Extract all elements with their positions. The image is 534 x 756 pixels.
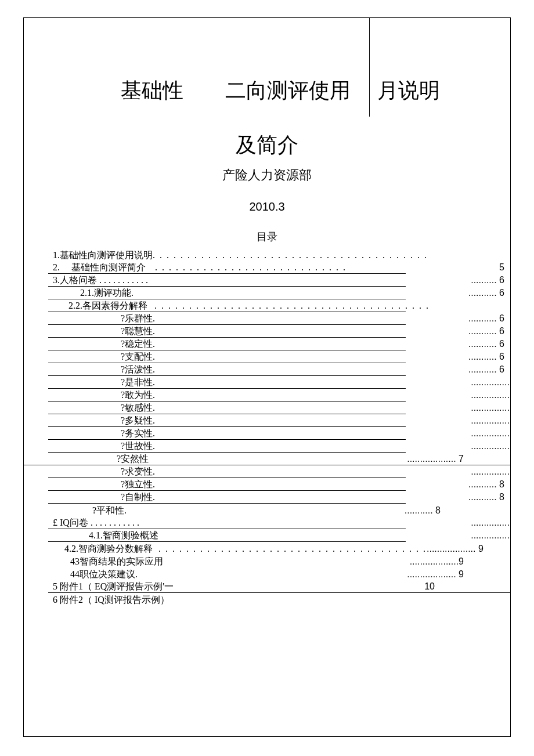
title-seg-2: 二向测评使用 xyxy=(201,80,375,101)
date: 2010.3 xyxy=(24,200,510,214)
toc-label: ?自制性. xyxy=(48,493,155,503)
toc-page: ................... 9 xyxy=(471,518,511,529)
toc-row-25: 43智商结果的实际应用 ...................9 xyxy=(24,555,510,567)
toc-label: 43智商结果的实际应用 xyxy=(24,557,163,567)
toc-row-20: ?自制性. ........... 8 xyxy=(48,491,406,504)
toc-row-23: 4.1.智商测验概述 ................... 9 xyxy=(48,529,406,542)
toc-label: 5 附件1（ EQ测评报告示例'一 xyxy=(48,582,174,592)
toc-heading: 目录 xyxy=(24,230,510,244)
toc-page: ................... 9 xyxy=(427,544,511,555)
toc-page: ................... 7 xyxy=(471,378,511,388)
toc-row-6: ?乐群性. ........... 6 xyxy=(48,312,406,325)
toc-row-22: £ IQ问卷 . . . . . . . . . . . ...........… xyxy=(48,516,406,529)
toc-label: ?多疑性. xyxy=(48,416,155,426)
toc-dots: . . . . . . . . . . . . . . . . . . . . … xyxy=(153,251,428,261)
toc-dots: . . . . . . . . . . . . . . . . . . . . … xyxy=(155,263,347,273)
toc-label: ?聪慧性. xyxy=(48,327,155,337)
department: 产险人力资源部 xyxy=(24,167,510,184)
toc-row-4: 2.1.测评功能. ........... 6 xyxy=(48,287,406,299)
toc-row-26: 44职位决策建议. ................... 9 xyxy=(24,567,510,580)
toc-page: ................... 9 xyxy=(407,570,510,580)
toc-label: ?求变性. xyxy=(48,467,155,478)
toc-row-10: ?活泼性. ........... 6 xyxy=(48,363,406,376)
toc-label: ?务实性. xyxy=(48,429,155,439)
toc-page: ................... 7 xyxy=(471,442,511,452)
toc-row-5: 2.2.各因素得分解释 . . . . . . . . . . . . . . … xyxy=(48,299,406,312)
toc-label: ?稳定性. xyxy=(48,339,155,350)
toc-page: ................... 7 xyxy=(471,390,511,401)
toc-page: ........... 8 xyxy=(405,506,510,516)
toc-row-19: ?独立性. ........... 8 xyxy=(48,478,406,491)
toc-row-24: 4.2.智商测验分数解释 . . . . . . . . . . . . . .… xyxy=(24,542,510,555)
toc-page: 10 xyxy=(424,582,510,592)
toc-row-16: ?世故性. ................... 7 xyxy=(48,440,406,453)
toc-label: ?平和性. xyxy=(24,506,127,516)
toc-page: ................... 7 xyxy=(471,403,511,414)
toc-page: ................... 7 xyxy=(407,454,510,465)
toc-row-15: ?务实性. ................... 7 xyxy=(48,427,406,440)
title-seg-3: 月说明 xyxy=(375,80,499,101)
toc-row-18: ?求变性. ................... 7 xyxy=(48,465,406,478)
toc-row-9: ?支配性. ........... 6 xyxy=(48,350,406,363)
toc-page: ........... 6 xyxy=(468,352,504,363)
toc-page: 5 xyxy=(499,263,504,273)
toc-row-28: 6 附件2（ IQ测评报告示例） xyxy=(24,593,510,606)
toc-row-14: ?多疑性. ................... 7 xyxy=(48,414,406,427)
toc-row-8: ?稳定性. ........... 6 xyxy=(48,338,406,350)
toc-row-2: 2. 基础性向测评简介 . . . . . . . . . . . . . . … xyxy=(48,261,406,274)
toc-label: ?是非性. xyxy=(48,378,155,388)
toc-dots: . . . . . . . . . . . . . . . . . . . . … xyxy=(158,544,427,555)
toc-dots: . . . . . . . . . . . . . . . . . . . . … xyxy=(154,301,430,312)
toc-label: 2. 基础性向测评简介 xyxy=(48,263,146,273)
toc-page: ........... 8 xyxy=(468,493,504,503)
toc-label: ?安然性 xyxy=(24,454,149,465)
toc-page: ................... 7 xyxy=(471,429,511,439)
toc-page: ........... 6 xyxy=(468,314,504,324)
toc-page: .......... 6 xyxy=(471,276,504,286)
toc-label: ?独立性. xyxy=(48,480,155,490)
toc-label: ?敏感性. xyxy=(48,403,155,414)
toc-label: 44职位决策建议. xyxy=(24,570,138,580)
toc-label: 4.1.智商测验概述 xyxy=(48,531,158,541)
toc-row-17: ?安然性 ................... 7 xyxy=(24,453,510,465)
subtitle: 及简介 xyxy=(24,131,510,160)
toc-page: ...................9 xyxy=(410,557,510,567)
toc-label: £ IQ问卷 . . . . . . . . . . . xyxy=(48,518,139,529)
title-seg-1: 基础性 xyxy=(35,80,201,101)
toc-page: ........... 6 xyxy=(468,339,504,350)
toc-page: ........... 8 xyxy=(468,480,504,490)
toc-page: ................... 7 xyxy=(471,467,511,478)
toc-row-21: ?平和性. ........... 8 xyxy=(24,504,510,516)
toc-label: ?活泼性. xyxy=(48,365,155,375)
toc-row-11: ?是非性. ................... 7 xyxy=(48,376,406,389)
title-divider xyxy=(369,18,370,117)
toc-row-3: 3.人格问卷 . . . . . . . . . . . .......... … xyxy=(48,274,406,287)
toc-page: ........... 6 xyxy=(468,327,504,337)
document-frame: 基础性 二向测评使用 月说明 及简介 产险人力资源部 2010.3 目录 1.基… xyxy=(23,17,511,737)
toc-label: ?敢为性. xyxy=(48,390,155,401)
toc-page: ................... 9 xyxy=(471,531,511,541)
toc-label: 3.人格问卷 . . . . . . . . . . . xyxy=(48,276,148,286)
toc-label: 2.2.各因素得分解释 xyxy=(48,301,147,312)
toc-row-7: ?聪慧性. ........... 6 xyxy=(48,325,406,338)
toc-page: ........... 6 xyxy=(468,288,504,299)
toc: 1.基础性向测评使用说明 . . . . . . . . . . . . . .… xyxy=(24,248,510,606)
toc-label: ?世故性. xyxy=(48,442,155,452)
toc-label: 2.1.测评功能. xyxy=(48,288,134,299)
toc-row-1: 1.基础性向测评使用说明 . . . . . . . . . . . . . .… xyxy=(24,248,510,261)
toc-label: 6 附件2（ IQ测评报告示例） xyxy=(24,595,169,606)
title-row: 基础性 二向测评使用 月说明 xyxy=(24,73,510,108)
toc-label: ?乐群性. xyxy=(48,314,155,324)
toc-row-13: ?敏感性. ................... 7 xyxy=(48,401,406,414)
toc-page: ................... 7 xyxy=(471,416,511,426)
toc-label: 4.2.智商测验分数解释 xyxy=(24,544,153,555)
toc-label: 1.基础性向测评使用说明 xyxy=(24,251,153,261)
toc-page: ........... 6 xyxy=(468,365,504,375)
toc-row-12: ?敢为性. ................... 7 xyxy=(48,389,406,401)
toc-row-27: 5 附件1（ EQ测评报告示例'一 10 xyxy=(48,580,510,593)
toc-label: ?支配性. xyxy=(48,352,155,363)
page: 基础性 二向测评使用 月说明 及简介 产险人力资源部 2010.3 目录 1.基… xyxy=(0,0,534,756)
